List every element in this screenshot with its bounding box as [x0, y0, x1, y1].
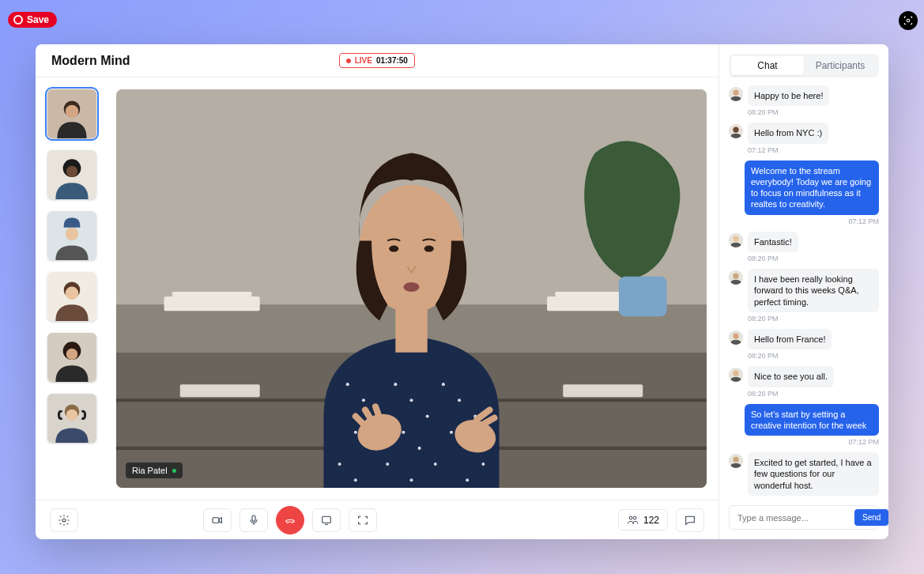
chat-bubble: Nice to see you all.	[748, 366, 834, 387]
svg-point-0	[907, 19, 910, 22]
app-window: Modern Mind LIVE 01:37:50	[36, 44, 888, 539]
chat-toggle-button[interactable]	[676, 508, 704, 532]
chat-bubble: Happy to be here!	[748, 85, 829, 106]
tab-participants[interactable]: Participants	[804, 56, 877, 75]
live-badge: LIVE 01:37:50	[339, 53, 415, 68]
camera-button[interactable]	[203, 508, 232, 532]
chat-bubble: Hello from NYC :)	[748, 123, 828, 143]
svg-rect-62	[322, 516, 330, 523]
mic-button[interactable]	[239, 508, 268, 532]
chat-input[interactable]	[733, 510, 851, 526]
svg-point-42	[402, 431, 405, 434]
share-screen-button[interactable]	[312, 508, 341, 532]
svg-point-54	[389, 245, 398, 251]
avatar	[729, 330, 743, 345]
svg-point-30	[346, 383, 349, 386]
svg-point-34	[409, 398, 413, 402]
svg-point-56	[403, 282, 419, 292]
save-button[interactable]: Save	[8, 12, 57, 28]
participants-count-button[interactable]: 122	[618, 509, 668, 531]
svg-rect-28	[180, 384, 260, 397]
svg-point-45	[450, 431, 453, 434]
page-title: Modern Mind	[51, 54, 130, 68]
chat-message: Hello from France!08:20 PM	[729, 329, 879, 360]
chat-timestamp: 08:20 PM	[748, 108, 829, 116]
svg-point-49	[354, 478, 357, 481]
live-label: LIVE	[355, 56, 372, 65]
header: Modern Mind LIVE 01:37:50	[36, 44, 718, 77]
chat-message: Excited to get started, I have a few que…	[729, 452, 879, 497]
svg-point-31	[362, 398, 365, 402]
svg-point-55	[424, 245, 434, 251]
svg-point-50	[466, 478, 469, 481]
chat-bubble: Excited to get started, I have a few que…	[748, 452, 879, 496]
chat-message: Nice to see you all.08:20 PM	[729, 366, 879, 397]
thumb-participant[interactable]	[47, 89, 96, 138]
chat-bubble: Welcome to the stream everybody! Today w…	[745, 160, 879, 215]
avatar	[729, 87, 743, 101]
chat-timestamp: 07:12 PM	[848, 438, 879, 446]
chat-bubble: I have been really looking forward to th…	[748, 269, 879, 312]
chat-message: So let's start by setting a creative int…	[729, 404, 879, 447]
avatar	[729, 270, 743, 285]
svg-point-35	[426, 414, 429, 417]
send-button[interactable]: Send	[854, 509, 888, 526]
svg-point-6	[66, 166, 77, 177]
svg-rect-20	[164, 296, 260, 311]
svg-point-72	[733, 274, 738, 279]
avatar	[729, 124, 743, 138]
speaker-name: Ria Patel	[132, 466, 168, 475]
chat-timestamp: 08:20 PM	[748, 352, 832, 360]
chat-bubble: So let's start by setting a creative int…	[745, 404, 879, 436]
hangup-button[interactable]	[276, 506, 304, 534]
chat-timestamp: 08:20 PM	[748, 315, 879, 323]
svg-point-47	[338, 463, 341, 466]
svg-point-48	[481, 463, 485, 466]
svg-point-74	[733, 334, 738, 339]
thumb-participant[interactable]	[47, 150, 96, 199]
sidebar: Chat Participants Happy to be here!08:20…	[718, 44, 888, 539]
thumb-participant[interactable]	[47, 394, 96, 443]
sidebar-tabs: Chat Participants	[729, 54, 879, 77]
chat-timestamp: 08:20 PM	[748, 390, 834, 398]
controls-bar: 122	[36, 500, 718, 539]
fullscreen-button[interactable]	[349, 508, 377, 532]
svg-point-76	[733, 371, 738, 376]
svg-point-33	[394, 383, 397, 386]
thumb-participant[interactable]	[47, 211, 96, 260]
svg-point-43	[418, 447, 421, 450]
avatar	[729, 454, 743, 468]
chat-timestamp: 07:12 PM	[848, 217, 879, 225]
live-dot-icon	[346, 59, 351, 63]
svg-point-8	[66, 228, 79, 241]
chat-message: I have been really looking forward to th…	[729, 269, 879, 323]
svg-point-70	[733, 236, 738, 241]
svg-point-11	[66, 287, 79, 300]
status-dot-icon	[172, 469, 176, 473]
chat-timestamp: 08:20 PM	[748, 255, 798, 262]
speaker-name-tag: Ria Patel	[126, 463, 183, 478]
chat-message: Hello from NYC :)07:12 PM	[729, 123, 879, 153]
chat-bubble: Fantastic!	[748, 232, 798, 252]
chat-timestamp: 07:12 PM	[748, 146, 828, 154]
svg-point-66	[733, 90, 738, 96]
chat-message: Happy to be here!08:20 PM	[729, 85, 879, 116]
svg-rect-29	[563, 384, 643, 397]
video-stage[interactable]: Ria Patel	[116, 89, 707, 488]
chat-message: Fantastic!08:20 PM	[729, 232, 879, 262]
svg-point-17	[66, 410, 77, 421]
lens-icon[interactable]	[899, 11, 918, 30]
svg-point-64	[633, 516, 636, 519]
avatar	[729, 368, 743, 382]
tab-chat[interactable]: Chat	[731, 56, 804, 75]
thumb-participant[interactable]	[47, 272, 96, 321]
chat-bubble: Hello from France!	[748, 329, 832, 349]
participants-count: 122	[643, 515, 659, 526]
svg-point-14	[66, 349, 77, 360]
svg-point-68	[733, 127, 738, 133]
svg-point-37	[458, 398, 461, 402]
svg-point-36	[442, 383, 445, 386]
thumb-participant[interactable]	[47, 333, 96, 382]
svg-point-44	[434, 463, 437, 466]
settings-button[interactable]	[50, 508, 78, 532]
